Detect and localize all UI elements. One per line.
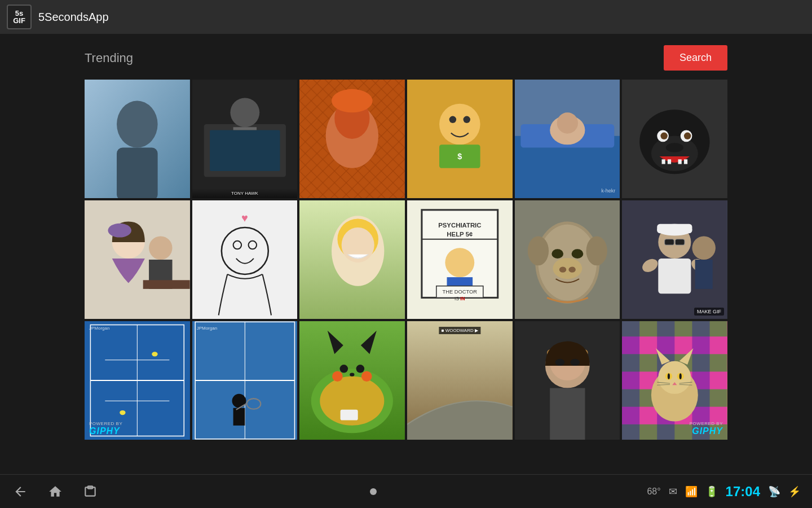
gif-cell-r1c5[interactable]: k-hekr xyxy=(515,80,620,198)
svg-rect-117 xyxy=(550,388,585,440)
recents-button[interactable] xyxy=(81,483,99,501)
back-button[interactable] xyxy=(11,483,29,501)
gif-cell-r1c2[interactable]: TONY HAWK xyxy=(192,80,298,198)
svg-point-38 xyxy=(108,224,131,238)
svg-point-16 xyxy=(464,116,470,123)
gif-bg xyxy=(192,80,298,198)
svg-point-12 xyxy=(332,89,373,112)
gif-bg xyxy=(407,321,513,440)
bottom-bar: 68° ✉ 📶 🔋 17:04 📡 ⚡ xyxy=(0,474,812,508)
svg-text:IS IN: IS IN xyxy=(454,296,465,301)
gif-bg xyxy=(515,321,620,440)
svg-point-105 xyxy=(356,365,365,373)
svg-rect-5 xyxy=(210,130,280,171)
gif-bg xyxy=(622,200,727,319)
home-icon xyxy=(48,484,63,499)
svg-point-80 xyxy=(692,237,716,260)
gif-cell-r2c1[interactable] xyxy=(85,200,190,319)
battery-icon: 🔋 xyxy=(705,485,718,498)
svg-rect-34 xyxy=(678,159,682,164)
svg-point-1 xyxy=(117,101,158,148)
gif-cell-r1c6[interactable] xyxy=(622,80,727,198)
svg-point-67 xyxy=(571,249,583,259)
make-gif-badge: MAKE GIF xyxy=(694,308,724,316)
gif-bg xyxy=(622,80,727,198)
gif-cell-r2c5[interactable] xyxy=(515,200,620,319)
giphy-watermark-r3c6: POWERED BY GIPHY xyxy=(690,421,723,436)
gif-grid: TONY HAWK xyxy=(85,80,727,440)
svg-text:HELP 5¢: HELP 5¢ xyxy=(447,231,473,238)
svg-point-15 xyxy=(449,116,456,123)
svg-rect-74 xyxy=(665,239,674,245)
trending-label: Trending xyxy=(85,51,133,65)
svg-rect-73 xyxy=(657,224,692,234)
gif-cell-r3c6[interactable]: POWERED BY GIPHY xyxy=(622,321,727,440)
svg-rect-95 xyxy=(233,408,245,426)
gif-cell-r3c2[interactable]: JPMorgan xyxy=(192,321,298,440)
gif-bg xyxy=(85,80,190,198)
gif-bg xyxy=(515,80,620,198)
svg-point-31 xyxy=(666,143,683,152)
gif-cell-r3c4[interactable]: ■ WOODWARD ▶ xyxy=(407,321,513,440)
svg-point-133 xyxy=(679,374,682,379)
back-icon xyxy=(13,484,28,499)
signal-icon: 📶 xyxy=(685,485,698,498)
gif-cell-r2c4[interactable]: PSYCHIATRIC HELP 5¢ THE DOCTOR IS IN xyxy=(407,200,513,319)
svg-rect-109 xyxy=(341,410,358,421)
svg-rect-32 xyxy=(662,159,665,164)
svg-point-107 xyxy=(361,371,372,382)
gif-bg xyxy=(299,321,405,440)
gif-cell-r2c6[interactable]: MAKE GIF xyxy=(622,200,727,319)
svg-point-30 xyxy=(684,133,691,139)
gif-bg xyxy=(192,321,298,440)
gif-text-tony-hawk: TONY HAWK xyxy=(192,189,298,198)
svg-point-108 xyxy=(350,373,355,376)
gif-cell-r1c1[interactable] xyxy=(85,80,190,198)
svg-point-26 xyxy=(651,136,698,171)
gif-cell-r2c2[interactable]: ♥ xyxy=(192,200,298,319)
main-content: Trending Search xyxy=(0,34,812,485)
gif-cell-r3c3[interactable] xyxy=(299,321,405,440)
app-logo: 5s GIF xyxy=(7,5,32,29)
svg-rect-35 xyxy=(684,159,687,164)
mail-icon: ✉ xyxy=(669,485,677,498)
svg-rect-81 xyxy=(695,260,713,289)
temperature-display: 68° xyxy=(647,487,660,497)
svg-rect-77 xyxy=(659,259,691,294)
svg-point-66 xyxy=(551,249,563,259)
jpmorgan-logo-r3c2: JPMorgan xyxy=(197,326,217,331)
gif-cell-r1c3[interactable] xyxy=(299,80,405,198)
gif-cell-r1c4[interactable]: $ xyxy=(407,80,513,198)
svg-point-68 xyxy=(527,237,548,266)
svg-text:THE DOCTOR: THE DOCTOR xyxy=(443,289,478,295)
header-row: Trending Search xyxy=(85,45,727,71)
status-bar: 68° ✉ 📶 🔋 17:04 📡 ⚡ xyxy=(647,484,801,500)
svg-point-23 xyxy=(557,112,577,133)
svg-point-69 xyxy=(586,237,607,266)
recents-icon xyxy=(83,484,98,499)
svg-point-63 xyxy=(553,258,582,279)
svg-point-6 xyxy=(230,98,259,127)
svg-point-89 xyxy=(152,352,157,356)
svg-point-55 xyxy=(445,248,474,277)
time-display: 17:04 xyxy=(726,484,760,500)
svg-point-106 xyxy=(332,371,343,382)
svg-rect-123 xyxy=(622,321,639,440)
svg-point-88 xyxy=(120,410,125,415)
svg-point-64 xyxy=(559,266,566,272)
nav-buttons xyxy=(11,483,99,501)
wifi-icon: 📡 xyxy=(768,485,780,498)
gif-bg: $ xyxy=(407,80,513,198)
svg-point-132 xyxy=(668,374,670,379)
svg-point-29 xyxy=(661,133,668,139)
search-button[interactable]: Search xyxy=(664,45,727,71)
home-button[interactable] xyxy=(46,483,64,501)
logo-bottom: GIF xyxy=(13,17,25,24)
page-indicator-dot xyxy=(370,488,377,495)
gif-cell-r3c1[interactable]: JPMorgan POWERED BY GIPHY xyxy=(85,321,190,440)
app-title: 5SecondsApp xyxy=(38,11,109,24)
svg-rect-2 xyxy=(117,148,158,198)
gif-cell-r3c5[interactable] xyxy=(515,321,620,440)
svg-rect-7 xyxy=(233,127,256,130)
gif-cell-r2c3[interactable] xyxy=(299,200,405,319)
